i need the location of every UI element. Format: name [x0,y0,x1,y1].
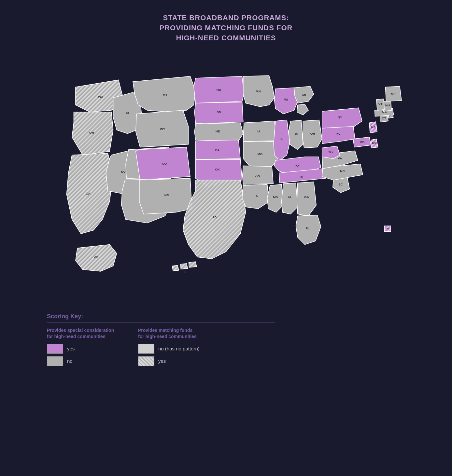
title-line-3: HIGH-NEED COMMUNITIES [160,33,293,43]
legend: Scoring Key: Provides special considerat… [47,306,405,372]
legend-label-no-pattern: no (has no pattern) [158,346,200,351]
legend-column-1: Provides special considerationfor high-n… [47,327,119,366]
legend-item-purple-yes: yes [47,344,119,354]
us-map: WA OR CA ID NV MT WY UT CO AZ NM ND [47,53,405,297]
swatch-no-pattern [138,344,154,354]
legend-label-yes: yes [67,346,75,351]
svg-text:HI: HI [182,270,186,274]
title-line-2: PROVIDING MATCHING FUNDS FOR [160,23,293,33]
legend-label-hatch-yes: yes [158,358,166,364]
legend-label-no: no [67,358,73,364]
legend-col2-title: Provides matching fundsfor high-need com… [138,327,210,339]
page-title: STATE BROADBAND PROGRAMS: PROVIDING MATC… [160,13,293,43]
swatch-gray [47,356,63,366]
swatch-purple [47,344,63,354]
legend-item-gray-no: no [47,356,119,366]
legend-column-2: Provides matching fundsfor high-need com… [138,327,210,366]
legend-item-no-pattern: no (has no pattern) [138,344,210,354]
scoring-key-title: Scoring Key: [47,313,275,322]
legend-item-hatch-yes: yes [138,356,210,366]
svg-rect-54 [384,226,391,232]
title-line-1: STATE BROADBAND PROGRAMS: [160,13,293,23]
swatch-hatch [138,356,154,366]
legend-col1-title: Provides special considerationfor high-n… [47,327,119,339]
